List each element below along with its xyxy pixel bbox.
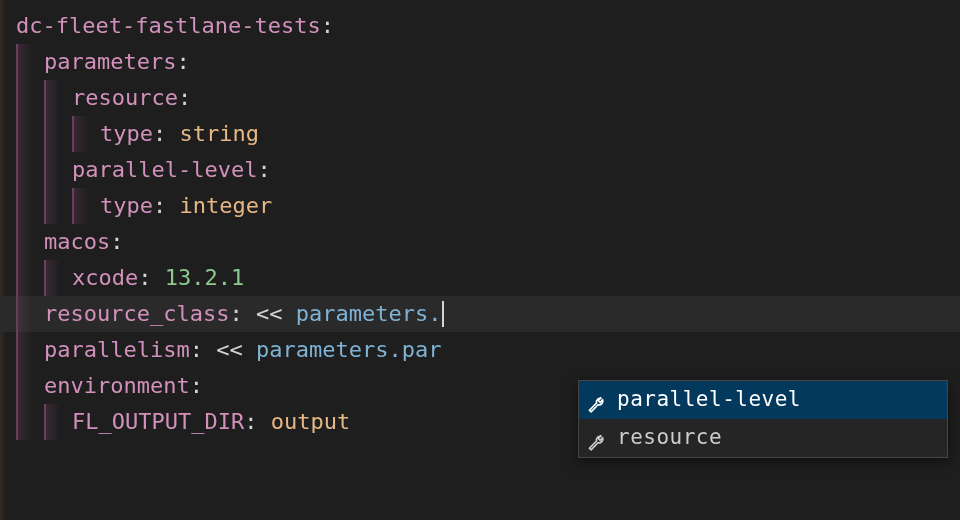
indent-guide [16,152,44,188]
code-line-current[interactable]: resource_class: << parameters. [0,296,960,332]
yaml-value: integer [179,188,272,223]
indent-guide [44,80,72,116]
yaml-key: xcode [72,260,138,295]
yaml-value: string [179,116,258,151]
yaml-key: macos [44,224,110,259]
indent-guide [72,188,100,224]
indent-guide [44,116,72,152]
indent-guide [16,332,44,368]
template-open: << [216,332,256,367]
yaml-key: type [100,188,153,223]
parameters-ref: parameters. [296,296,442,331]
indent-guide [72,116,100,152]
yaml-key: resource_class [44,296,229,331]
autocomplete-label: parallel-level [617,383,801,417]
yaml-key: parameters [44,44,176,79]
indent-guide [16,260,44,296]
indent-guide [16,368,44,404]
wrench-icon [587,428,607,448]
indent-guide [16,44,44,80]
indent-guide [16,116,44,152]
wrench-icon [587,390,607,410]
text-cursor [442,301,444,327]
code-line[interactable]: xcode: 13.2.1 [0,260,960,296]
autocomplete-label: resource [617,421,722,455]
autocomplete-item-parallel-level[interactable]: parallel-level [579,381,947,419]
yaml-key: FL_OUTPUT_DIR [72,404,244,439]
indent-guide [44,188,72,224]
code-line[interactable]: parameters: [0,44,960,80]
yaml-key: parallel-level [72,152,257,187]
indent-guide [16,80,44,116]
indent-guide [44,260,72,296]
code-line[interactable]: resource: [0,80,960,116]
indent-guide [16,404,44,440]
code-line[interactable]: type: string [0,116,960,152]
yaml-value: 13.2.1 [165,260,244,295]
autocomplete-popup[interactable]: parallel-level resource [578,380,948,458]
indent-guide [16,296,44,332]
indent-guide [44,404,72,440]
code-line[interactable]: dc-fleet-fastlane-tests: [0,8,960,44]
template-open: << [256,296,296,331]
param-partial: par [402,332,442,367]
yaml-value: output [271,404,350,439]
code-line[interactable]: parallel-level: [0,152,960,188]
yaml-key: dc-fleet-fastlane-tests [16,8,321,43]
indent-guide [16,188,44,224]
autocomplete-item-resource[interactable]: resource [579,419,947,457]
code-editor[interactable]: dc-fleet-fastlane-tests: parameters: res… [0,0,960,440]
indent-guide [44,152,72,188]
parameters-ref: parameters. [256,332,402,367]
yaml-key: parallelism [44,332,190,367]
yaml-key: resource [72,80,178,115]
code-line[interactable]: macos: [0,224,960,260]
code-line[interactable]: type: integer [0,188,960,224]
yaml-key: type [100,116,153,151]
yaml-key: environment [44,368,190,403]
code-line[interactable]: parallelism: << parameters.par [0,332,960,368]
indent-guide [16,224,44,260]
